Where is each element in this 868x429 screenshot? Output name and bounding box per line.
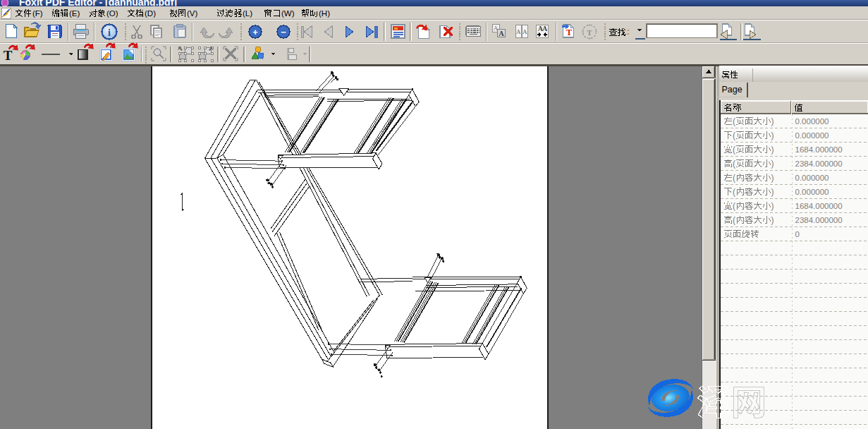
svg-text:Page: Page xyxy=(721,85,742,95)
svg-text:A: A xyxy=(499,30,504,37)
svg-text:): ) xyxy=(771,187,774,197)
svg-text:−: − xyxy=(281,27,286,37)
svg-text:(: ( xyxy=(733,159,735,169)
svg-text:(: ( xyxy=(733,131,735,140)
svg-text:): ) xyxy=(771,131,774,140)
svg-text:(: ( xyxy=(733,215,735,225)
svg-text:A: A xyxy=(522,28,527,35)
svg-text:+: + xyxy=(252,27,258,37)
svg-text:(O): (O) xyxy=(106,9,118,18)
svg-text:(F): (F) xyxy=(32,9,43,18)
svg-text:(W): (W) xyxy=(281,9,295,18)
svg-text:0.000000: 0.000000 xyxy=(795,174,829,182)
svg-text:(: ( xyxy=(733,173,735,183)
svg-text:(: ( xyxy=(733,187,735,197)
svg-text:2384.000000: 2384.000000 xyxy=(795,216,843,224)
svg-text:(V): (V) xyxy=(187,9,198,18)
svg-text:): ) xyxy=(771,201,774,211)
svg-text:(D): (D) xyxy=(145,9,156,18)
svg-text:): ) xyxy=(771,145,774,155)
svg-text:): ) xyxy=(771,116,774,126)
svg-text:A: A xyxy=(516,28,521,35)
svg-text:i: i xyxy=(108,28,111,38)
svg-text:T: T xyxy=(566,27,573,37)
svg-text:(E): (E) xyxy=(69,9,80,18)
svg-text:1684.000000: 1684.000000 xyxy=(795,202,843,210)
svg-text:(L): (L) xyxy=(243,9,252,18)
svg-text:0.000000: 0.000000 xyxy=(795,188,829,196)
svg-text:0.000000: 0.000000 xyxy=(795,117,829,126)
svg-text:(: ( xyxy=(733,116,735,126)
svg-text:(: ( xyxy=(733,145,735,155)
svg-text::: : xyxy=(627,27,630,37)
svg-text:): ) xyxy=(771,159,774,169)
svg-text:(H): (H) xyxy=(319,9,330,18)
svg-text:): ) xyxy=(771,215,774,225)
svg-text:T: T xyxy=(587,28,592,37)
svg-text:): ) xyxy=(771,173,774,183)
svg-text:2384.000000: 2384.000000 xyxy=(795,159,843,168)
svg-text:AA: AA xyxy=(538,25,548,32)
svg-text:1684.000000: 1684.000000 xyxy=(795,145,843,154)
svg-text:(: ( xyxy=(733,201,735,211)
svg-text:0: 0 xyxy=(795,230,800,238)
svg-text:0.000000: 0.000000 xyxy=(795,131,829,140)
svg-text:T: T xyxy=(4,48,13,63)
